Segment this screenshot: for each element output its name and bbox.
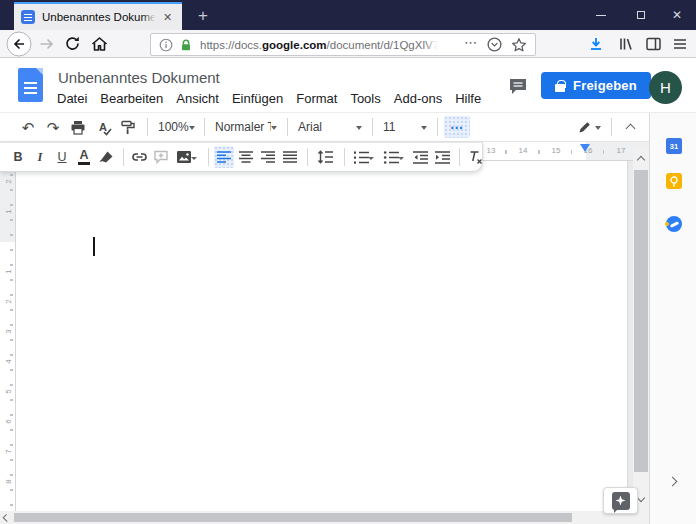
redo-button[interactable]: ↷ <box>41 115 65 139</box>
text-color-button[interactable]: A <box>74 146 94 168</box>
undo-button[interactable]: ↶ <box>16 115 40 139</box>
browser-tab[interactable]: Unbenanntes Dokument - Goo ✕ <box>14 2 182 30</box>
horizontal-scrollbar[interactable] <box>0 511 649 524</box>
docs-logo-icon[interactable] <box>18 68 43 102</box>
downloads-button[interactable] <box>588 31 604 57</box>
align-center-button[interactable] <box>236 146 256 168</box>
increase-indent-icon <box>435 151 450 164</box>
share-button[interactable]: Freigeben <box>541 72 651 99</box>
font-select[interactable]: Arial <box>294 115 366 139</box>
zoom-select[interactable]: 100% <box>154 115 198 139</box>
window-minimize-button[interactable] <box>580 0 622 30</box>
explore-button[interactable] <box>603 487 638 514</box>
url-domain: google.com <box>262 39 327 51</box>
menu-datei[interactable]: Datei <box>57 91 87 106</box>
right-indent-marker[interactable] <box>580 144 590 152</box>
menu-einfuegen[interactable]: Einfügen <box>232 91 283 106</box>
italic-button[interactable]: I <box>30 146 50 168</box>
menu-format[interactable]: Format <box>296 91 337 106</box>
underline-button[interactable]: U <box>52 146 72 168</box>
vertical-scrollbar-thumb[interactable] <box>634 170 648 472</box>
toolbar-divider <box>344 148 345 166</box>
highlight-color-button[interactable] <box>96 146 116 168</box>
library-icon <box>617 36 634 52</box>
tasks-icon[interactable] <box>666 216 682 232</box>
pocket-icon[interactable] <box>487 37 502 52</box>
document-page[interactable] <box>16 161 628 511</box>
share-lock-icon <box>555 80 565 92</box>
url-scheme: https://docs. <box>200 39 262 51</box>
back-button[interactable] <box>6 31 32 57</box>
print-icon <box>70 120 86 135</box>
window-close-button[interactable]: ✕ <box>656 0 696 30</box>
scroll-down-arrow[interactable] <box>637 495 645 503</box>
paint-format-button[interactable] <box>116 115 140 139</box>
justify-button[interactable] <box>280 146 300 168</box>
chevron-down-icon <box>191 157 197 163</box>
insert-link-button[interactable] <box>129 146 149 168</box>
restore-icon <box>637 11 645 19</box>
vertical-scrollbar[interactable] <box>633 148 649 511</box>
add-comment-button[interactable] <box>151 146 171 168</box>
paragraph-style-select[interactable]: Normaler T... <box>211 115 281 139</box>
calendar-icon[interactable]: 31 <box>666 138 682 154</box>
site-info-icon[interactable] <box>159 38 173 52</box>
font-size-select[interactable]: 11 <box>379 115 431 139</box>
increase-indent-button[interactable] <box>432 146 452 168</box>
align-left-button[interactable] <box>214 146 234 168</box>
chevron-down-icon <box>421 126 427 133</box>
scroll-up-arrow[interactable] <box>637 154 645 162</box>
bold-button[interactable]: B <box>8 146 28 168</box>
page-actions-icon[interactable]: ⋯ <box>464 36 478 49</box>
document-title[interactable]: Unbenanntes Dokument <box>58 69 220 86</box>
ruler-number: 6 <box>4 415 13 429</box>
editing-mode-button[interactable] <box>574 115 604 139</box>
menu-addons[interactable]: Add-ons <box>394 91 442 106</box>
hide-menus-button[interactable] <box>618 115 642 139</box>
spellcheck-button[interactable]: A <box>91 115 115 139</box>
highlighter-icon <box>99 150 114 165</box>
toolbar-divider <box>123 148 124 166</box>
forward-button[interactable] <box>37 31 55 57</box>
library-button[interactable] <box>617 31 634 57</box>
add-comment-icon <box>153 149 169 165</box>
text-cursor <box>93 237 95 256</box>
align-right-button[interactable] <box>258 146 278 168</box>
align-center-icon <box>239 151 253 163</box>
reload-button[interactable] <box>64 31 81 57</box>
menu-ansicht[interactable]: Ansicht <box>176 91 219 106</box>
sidebar-toggle-button[interactable] <box>645 31 662 57</box>
bulleted-list-button[interactable] <box>380 146 408 168</box>
open-comments-button[interactable] <box>505 74 531 98</box>
hamburger-icon <box>672 37 688 51</box>
menu-button[interactable] <box>672 31 688 57</box>
chevron-left-icon <box>3 514 11 522</box>
keep-icon[interactable] <box>666 173 682 189</box>
docs-favicon-icon <box>21 10 35 24</box>
side-panel-expand-button[interactable] <box>667 474 681 488</box>
paint-roller-icon <box>120 119 136 135</box>
pencil-dot-icon <box>665 222 669 226</box>
browser-window: Unbenanntes Dokument - Goo ✕ + ✕ https:/… <box>0 0 696 524</box>
toolbar-divider <box>611 118 612 136</box>
toolbar-more-button[interactable]: ⋯ <box>444 116 470 138</box>
new-tab-button[interactable]: + <box>190 3 216 29</box>
account-avatar[interactable]: H <box>649 71 682 104</box>
horizontal-scrollbar-thumb[interactable] <box>14 513 572 522</box>
decrease-indent-button[interactable] <box>410 146 430 168</box>
print-button[interactable] <box>66 115 90 139</box>
align-right-icon <box>261 151 275 163</box>
clear-formatting-button[interactable] <box>465 146 485 168</box>
url-bar[interactable]: https://docs.google.com/document/d/1QgXl… <box>150 33 536 56</box>
numbered-list-button[interactable] <box>350 146 378 168</box>
insert-image-button[interactable] <box>173 146 201 168</box>
menu-bearbeiten[interactable]: Bearbeiten <box>100 91 163 106</box>
tab-close-icon[interactable]: ✕ <box>163 12 172 23</box>
https-lock-icon[interactable] <box>179 38 193 52</box>
home-button[interactable] <box>90 31 109 57</box>
bookmark-star-icon[interactable] <box>511 37 527 53</box>
menu-tools[interactable]: Tools <box>350 91 380 106</box>
menu-hilfe[interactable]: Hilfe <box>455 91 481 106</box>
scroll-left-arrow[interactable] <box>1 514 9 522</box>
line-spacing-button[interactable] <box>313 146 337 168</box>
